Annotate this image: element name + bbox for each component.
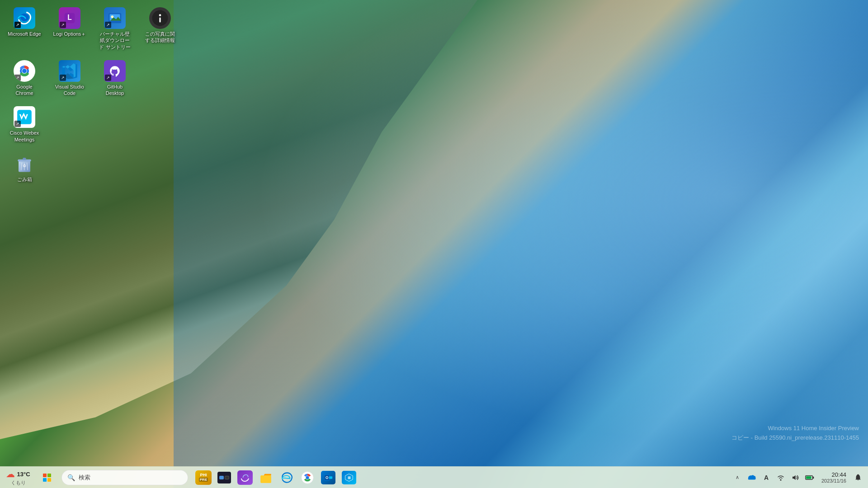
shortcut-arrow [14,22,21,28]
shortcut-arrow [105,22,111,28]
desktop-icon-logi-options[interactable]: L Logi Options＋ [50,5,90,53]
weather-desc: くもり [11,479,26,486]
svg-rect-32 [329,476,332,479]
taskbar-apps: PHI PRE [193,468,359,488]
desktop-icon-virtual-wallpaper[interactable]: バーチャル壁紙ダウンロード サントリー [95,5,135,53]
tray-wifi-icon[interactable] [774,471,787,484]
desktop-icon-webex[interactable]: Cisco Webex Meetings [5,103,44,145]
desktop-icon-github-desktop[interactable]: GitHub Desktop [95,57,135,99]
shortcut-arrow [105,75,111,81]
recycle-label: ごみ箱 [17,176,32,183]
github-icon [104,60,126,82]
logi-label: Logi Options＋ [53,31,86,37]
taskbar-app-file-explorer[interactable] [256,468,276,488]
desktop-icons-container: Microsoft Edge L Logi Options＋ [5,5,181,185]
logi-icon: L [59,7,80,29]
svg-rect-36 [806,476,811,479]
webex-label: Cisco Webex Meetings [7,130,42,143]
svg-rect-8 [159,17,160,22]
svg-point-12 [22,69,27,73]
taskbar-app-taskview[interactable] [214,468,234,488]
weather-icon: ☁ [6,469,15,479]
taskbar: ☁ 13°C くもり 🔍 検索 [0,466,868,488]
github-label: GitHub Desktop [98,84,132,97]
weather-temp: 13°C [17,471,30,478]
windows-logo [43,474,51,482]
svg-point-7 [159,14,161,16]
desktop: Microsoft Edge L Logi Options＋ [0,0,868,488]
tray-font-icon[interactable]: A [760,471,773,484]
tray-expand-button[interactable]: ∧ [731,471,744,484]
vwall-label: バーチャル壁紙ダウンロード サントリー [98,31,132,50]
taskbar-app-edge-browser[interactable] [277,468,297,488]
search-bar[interactable]: 🔍 検索 [61,470,188,485]
search-icon: 🔍 [67,474,75,481]
chrome-label: Google Chrome [7,84,42,97]
svg-text:O: O [326,475,329,479]
svg-point-34 [780,479,781,480]
tray-onedrive-icon[interactable] [745,471,758,484]
svg-text:⊞: ⊞ [348,475,351,479]
taskbar-app-outlook[interactable]: O [318,468,338,488]
clock-date: 2023/11/16 [821,478,846,483]
svg-rect-19 [23,158,26,160]
tray-battery-icon[interactable] [803,471,816,484]
vscode-label: Visual Studio Code [52,84,87,97]
search-placeholder: 検索 [79,474,90,482]
svg-point-4 [111,15,114,18]
edge-label: Microsoft Edge [8,31,41,37]
clock[interactable]: 20:44 2023/11/16 [818,471,850,483]
vscode-icon [59,60,80,82]
desktop-icon-google-chrome[interactable]: Google Chrome [5,57,44,99]
shortcut-arrow [14,121,21,127]
shortcut-arrow [60,75,66,81]
tray-volume-icon[interactable] [789,471,802,484]
taskbar-app-chrome[interactable] [297,468,317,488]
photo-info-label: この写真に関する詳細情報 [143,31,177,44]
vwall-icon [104,7,126,29]
chrome-icon [14,60,35,82]
system-tray: ∧ A [731,471,868,484]
taskbar-app-phi-pre[interactable]: PHI PRE [193,468,213,488]
start-button[interactable] [36,467,58,488]
svg-text:♻: ♻ [23,164,26,168]
shortcut-arrow [60,22,66,28]
watermark: Windows 11 Home Insider Preview コピー - Bu… [731,424,859,443]
svg-point-28 [306,476,309,479]
shortcut-arrow [14,75,21,81]
edge-icon [14,7,35,29]
desktop-icon-recycle-bin[interactable]: ♻ ごみ箱 [5,150,44,185]
desktop-icon-vscode[interactable]: Visual Studio Code [50,57,90,99]
svg-text:L: L [67,14,72,21]
webex-icon [14,106,35,128]
recycle-icon: ♻ [14,153,35,174]
photo-info-icon [149,7,171,29]
svg-rect-25 [260,475,271,483]
svg-rect-37 [812,476,814,478]
taskbar-app-copilot-edge[interactable] [235,468,255,488]
desktop-icon-photo-info[interactable]: この写真に関する詳細情報 [140,5,180,53]
clock-time: 20:44 [831,471,846,478]
taskbar-app-ms-store[interactable]: ⊞ [339,468,359,488]
weather-widget[interactable]: ☁ 13°C くもり [0,469,36,486]
desktop-icon-microsoft-edge[interactable]: Microsoft Edge [5,5,44,53]
notification-icon[interactable] [852,471,864,484]
